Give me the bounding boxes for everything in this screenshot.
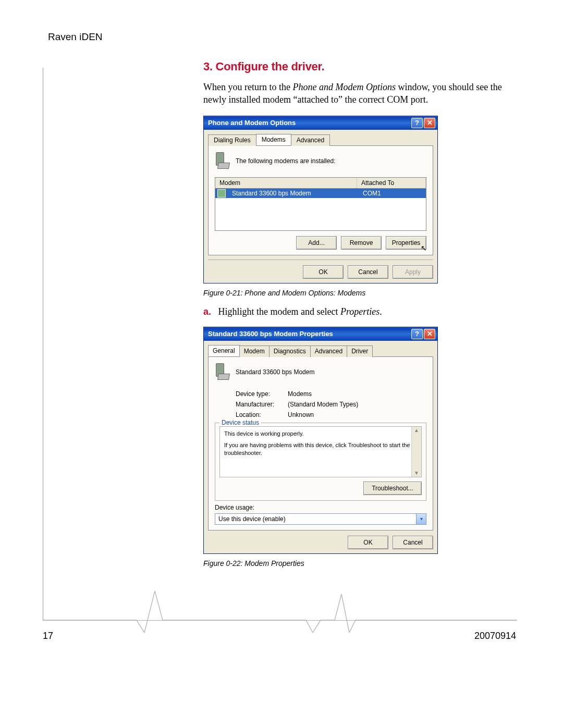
modem-properties-dialog: Standard 33600 bps Modem Properties ? ✕ … <box>203 327 438 554</box>
location-label: Location: <box>236 411 288 418</box>
device-usage-value: Use this device (enable) <box>218 515 286 523</box>
figure-caption-2: Figure 0-22: Modem Properties <box>203 559 506 567</box>
device-type-value: Modems <box>288 390 312 398</box>
cancel-button[interactable]: Cancel <box>348 265 388 279</box>
add-button[interactable]: Add... <box>296 236 337 250</box>
modem-name: Standard 33600 bps Modem <box>228 189 359 198</box>
scrollbar[interactable]: ▲ ▼ <box>411 427 421 477</box>
section-title: 3. Configure the driver. <box>203 60 506 73</box>
dialog-title: Standard 33600 bps Modem Properties <box>208 330 410 338</box>
figure-caption-1: Figure 0-21: Phone and Modem Options: Mo… <box>203 289 506 297</box>
ok-button[interactable]: OK <box>348 536 388 549</box>
step-text-post: . <box>380 306 382 317</box>
manufacturer-label: Manufacturer: <box>236 401 288 408</box>
list-header: Modem Attached To <box>215 177 426 189</box>
footer-rule <box>43 620 517 621</box>
page-date: 20070914 <box>474 631 516 641</box>
modem-icon <box>215 152 230 170</box>
intro-pre: When you return to the <box>203 82 292 92</box>
sidebar-rule <box>43 68 43 620</box>
device-status-text: This device is working properly. If you … <box>219 426 422 477</box>
intro-em: Phone and Modem Options <box>292 82 395 92</box>
step-a: a. Highlight the modem and select Proper… <box>203 306 506 317</box>
dialog-titlebar[interactable]: Standard 33600 bps Modem Properties ? ✕ <box>204 327 437 341</box>
dialog-title: Phone and Modem Options <box>208 119 410 127</box>
scroll-down-icon[interactable]: ▼ <box>414 470 419 477</box>
page-header: Raven iDEN <box>48 31 103 43</box>
scroll-up-icon[interactable]: ▲ <box>414 427 419 434</box>
properties-button[interactable]: Properties ↖ <box>386 236 426 250</box>
tab-diagnostics[interactable]: Diagnostics <box>269 346 311 357</box>
dialog-titlebar[interactable]: Phone and Modem Options ? ✕ <box>204 116 437 130</box>
col-modem[interactable]: Modem <box>215 178 357 188</box>
location-value: Unknown <box>288 411 314 418</box>
intro-paragraph: When you return to the Phone and Modem O… <box>203 81 506 106</box>
tab-dialing-rules[interactable]: Dialing Rules <box>208 134 256 146</box>
cursor-icon: ↖ <box>421 244 427 252</box>
modem-port: COM1 <box>359 189 385 198</box>
close-icon[interactable]: ✕ <box>424 329 435 339</box>
modem-list[interactable]: Standard 33600 bps Modem COM1 <box>215 189 426 231</box>
status-line-2: If you are having problems with this dev… <box>224 441 417 457</box>
tab-general[interactable]: General <box>208 345 240 356</box>
tab-modem[interactable]: Modem <box>239 346 270 357</box>
col-attached-to[interactable]: Attached To <box>357 178 426 188</box>
device-type-label: Device type: <box>236 390 288 398</box>
modem-row-icon <box>217 189 226 198</box>
step-text-pre: Highlight the modem and select <box>218 306 340 317</box>
modem-icon <box>215 363 230 381</box>
step-text-em: Properties <box>340 306 380 317</box>
apply-button: Apply <box>393 265 433 279</box>
ok-button[interactable]: OK <box>303 265 344 279</box>
properties-button-label: Properties <box>392 239 421 246</box>
chevron-down-icon[interactable]: ▾ <box>416 514 426 524</box>
device-usage-label: Device usage: <box>215 504 426 511</box>
page-number: 17 <box>43 631 53 641</box>
modems-installed-label: The following modems are installed: <box>236 157 335 165</box>
tab-modems[interactable]: Modems <box>256 134 291 145</box>
modem-name-label: Standard 33600 bps Modem <box>236 368 314 376</box>
phone-modem-options-dialog: Phone and Modem Options ? ✕ Dialing Rule… <box>203 116 438 283</box>
close-icon[interactable]: ✕ <box>424 118 435 128</box>
remove-button[interactable]: Remove <box>341 236 382 250</box>
device-status-title: Device status <box>219 419 261 426</box>
help-icon[interactable]: ? <box>411 118 423 128</box>
device-usage-select[interactable]: Use this device (enable) ▾ <box>215 513 426 525</box>
cancel-button[interactable]: Cancel <box>393 536 433 549</box>
tab-advanced[interactable]: Advanced <box>291 134 330 146</box>
device-status-group: Device status This device is working pro… <box>215 423 426 501</box>
manufacturer-value: (Standard Modem Types) <box>288 401 358 408</box>
tab-advanced[interactable]: Advanced <box>310 346 347 357</box>
help-icon[interactable]: ? <box>411 329 423 339</box>
step-marker: a. <box>203 306 211 317</box>
troubleshoot-button[interactable]: Troubleshoot... <box>363 482 422 495</box>
tab-driver[interactable]: Driver <box>347 346 373 357</box>
list-item[interactable]: Standard 33600 bps Modem COM1 <box>215 189 426 198</box>
status-line-1: This device is working properly. <box>224 430 417 438</box>
decorative-waveform <box>43 591 517 633</box>
